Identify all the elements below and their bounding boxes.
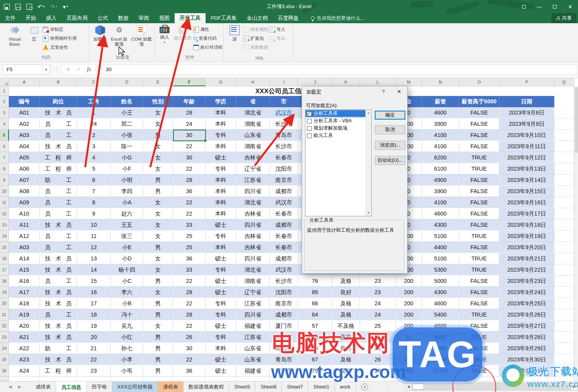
hscroll-left-icon[interactable]: ◀ [405,383,412,390]
cell[interactable]: 22 [77,354,111,365]
header-cell-年龄[interactable]: 年龄 [173,96,206,107]
cell[interactable]: 23 [77,365,111,377]
addin-item-分析工具库 - VBA[interactable]: 分析工具库 - VBA [305,117,371,125]
cell[interactable]: 2023年9月12日 [499,152,554,163]
column-header-M[interactable]: M [396,78,422,86]
row-header-4[interactable]: 4 [0,118,9,130]
cell[interactable]: 女 [143,287,173,298]
cell[interactable]: 南京市 [270,298,298,309]
cell[interactable]: 王五 [111,219,143,231]
cell[interactable]: 女 [143,107,173,118]
cell[interactable]: 员工 [40,242,77,253]
cell[interactable]: 赵六 [111,208,143,219]
sheet-tab-员工信息[interactable]: 员工信息 [56,382,87,392]
sheet-nav-left-icon[interactable]: ◀ [9,384,12,389]
cell[interactable]: 21 [77,343,111,354]
cell[interactable]: 20 [77,332,111,343]
cell[interactable]: 13 [77,253,111,264]
cell[interactable]: 硕士 [206,253,236,264]
cell[interactable]: 员工 [40,309,77,320]
cell[interactable]: 及格 [332,298,360,309]
cell[interactable]: 女 [143,118,173,130]
cell[interactable]: 5100 [422,231,459,242]
checkbox-icon[interactable] [307,126,312,131]
cell[interactable]: 4900 [422,175,459,186]
cell[interactable]: 3 [77,141,111,152]
cell[interactable]: 江苏省 [236,175,270,186]
cell[interactable]: 本科 [206,186,236,197]
row-header-19[interactable]: 19 [0,287,9,298]
column-header-Q[interactable]: Q [554,78,574,86]
row-header-2[interactable]: 2 [0,96,9,107]
cell[interactable]: 22 [173,163,206,175]
vertical-scrollbar[interactable] [574,86,578,381]
cell[interactable]: 本科 [206,242,236,253]
sheet-tab-XXX公司销售额[interactable]: XXX公司销售额 [112,382,158,392]
cell[interactable]: 专科 [206,298,236,309]
cell[interactable]: 2023年9月29日 [499,343,554,354]
COM 加载项-button[interactable]: COM 加载项 [129,24,154,54]
cell[interactable]: 本科 [206,118,236,130]
cell[interactable]: 山东省 [236,343,270,354]
cell[interactable]: FALSE [459,175,499,186]
cell[interactable]: 2023年9月22日 [499,264,554,276]
cell[interactable]: 湖北省 [236,107,270,118]
cell[interactable]: 2023年9月9日 [499,118,554,130]
cell[interactable]: 技术员 [40,264,77,276]
cell[interactable]: 本科 [206,343,236,354]
cell[interactable]: 男 [143,365,173,377]
cell[interactable]: TRUE [459,309,499,320]
cell[interactable]: 2023年9月15日 [499,186,554,197]
cell[interactable]: 4600 [422,107,459,118]
header-cell-性别[interactable]: 性别 [143,96,173,107]
tab-插入[interactable]: 插入 [41,13,62,23]
header-cell-薪资高于5000[interactable]: 薪资高于5000 [459,96,499,107]
row-header-18[interactable]: 18 [0,276,9,287]
cell[interactable]: A23 [9,354,40,365]
cell[interactable]: 长春市 [270,231,298,242]
cell[interactable]: TRUE [459,264,499,276]
cell[interactable]: 工程师 [40,152,77,163]
cell[interactable]: 2023年9月17日 [499,208,554,219]
cell[interactable]: 3900 [422,186,459,197]
cell[interactable]: 5000 [422,276,459,287]
row-header-7[interactable]: 7 [0,152,9,163]
cell[interactable]: 青岛市 [270,130,298,141]
sheet-nav-right-icon[interactable]: ▶ [18,384,21,389]
cell[interactable]: 张三 [111,231,143,242]
cell[interactable]: 女 [143,163,173,175]
cell[interactable]: 长春市 [270,208,298,219]
cell[interactable]: FALSE [459,298,499,309]
cell[interactable]: 22 [173,276,206,287]
sheet-tab-田字格[interactable]: 田字格 [87,382,112,392]
cell[interactable]: 员工 [40,231,77,242]
name-box[interactable]: F5 ▼ [2,64,50,75]
scroll-up-icon[interactable]: ▲ [366,110,371,116]
cell[interactable]: 小B [111,298,143,309]
cell[interactable]: 硕士 [206,354,236,365]
checkbox-icon[interactable] [307,119,312,123]
header-cell-工号[interactable]: 工号 [77,96,111,107]
cell[interactable]: 成都市 [270,186,298,197]
cell[interactable]: 本科 [206,141,236,152]
row-header-9[interactable]: 9 [0,175,9,186]
sheet-tab-Sheet1[interactable]: Sheet1 [309,382,335,392]
cell[interactable]: 2023年9月24日 [499,287,554,298]
cell[interactable]: 小G [111,152,143,163]
checkbox-icon[interactable] [307,134,312,138]
cell[interactable]: 武汉市 [270,107,298,118]
column-header-G[interactable]: G [206,78,236,86]
cell[interactable]: A03 [9,130,40,141]
cell[interactable]: 武汉市 [270,197,298,208]
cell[interactable]: FALSE [459,186,499,197]
cell[interactable]: A04 [9,141,40,152]
cell[interactable]: TRUE [459,163,499,175]
sheet-tab-Sheet6[interactable]: Sheet6 [256,382,282,392]
cell[interactable]: 员工 [40,208,77,219]
cell[interactable]: A06 [9,163,40,175]
cell[interactable]: 本科 [206,208,236,219]
cell[interactable]: TRUE [459,231,499,242]
cell[interactable]: FALSE [459,287,499,298]
cell[interactable]: 小明 [111,175,143,186]
cell[interactable]: 小张 [111,130,143,141]
